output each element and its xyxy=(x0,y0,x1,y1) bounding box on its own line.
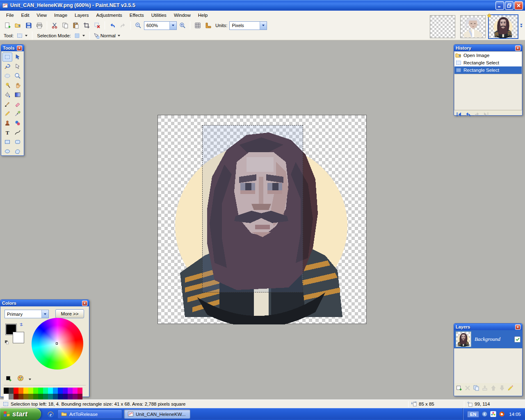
color-swatch[interactable] xyxy=(38,394,43,400)
new-button[interactable] xyxy=(2,21,12,30)
zoom-level-combo[interactable]: 600% xyxy=(144,21,177,30)
move-layer-down-button[interactable] xyxy=(499,385,505,392)
canvas[interactable] xyxy=(158,115,367,324)
nav-last-button[interactable] xyxy=(483,111,489,119)
color-swatch[interactable] xyxy=(33,388,38,394)
layers-palette-titlebar[interactable]: Layers x xyxy=(454,324,522,330)
menu-item-view[interactable]: View xyxy=(33,11,50,19)
save-button[interactable] xyxy=(24,21,34,30)
add-layer-button[interactable] xyxy=(456,385,462,392)
combo-arrow[interactable] xyxy=(41,310,48,318)
selection-rectangle[interactable] xyxy=(202,125,303,292)
tool-freeform-shape[interactable] xyxy=(13,147,23,156)
tool-pencil[interactable] xyxy=(2,109,12,118)
color-swatch[interactable] xyxy=(63,388,68,394)
rulers-toggle-button[interactable] xyxy=(203,21,213,30)
undo-button[interactable] xyxy=(107,21,117,30)
selection-mode-chooser[interactable] xyxy=(74,32,86,39)
tools-palette-titlebar[interactable]: Tools x xyxy=(1,45,24,51)
tool-gradient[interactable] xyxy=(13,90,23,99)
color-swatch[interactable] xyxy=(4,394,9,400)
color-swatch[interactable] xyxy=(48,394,53,400)
tool-lasso-select[interactable] xyxy=(2,62,12,71)
tool-recolor[interactable] xyxy=(13,119,23,128)
color-swatch[interactable] xyxy=(23,394,28,400)
zoom-out-button[interactable] xyxy=(133,21,143,30)
tool-move-selected-pixels[interactable] xyxy=(13,52,23,62)
nav-undo-button[interactable] xyxy=(465,111,471,119)
tool-color-picker[interactable] xyxy=(13,109,23,118)
move-layer-up-button[interactable] xyxy=(490,385,497,392)
secondary-color-swatch[interactable] xyxy=(13,332,24,343)
colors-palette-titlebar[interactable]: Colors x xyxy=(0,300,89,306)
image-thumbnail-wig-portrait[interactable] xyxy=(460,15,486,38)
history-item[interactable]: Rectangle Select xyxy=(454,66,522,74)
tool-zoom[interactable] xyxy=(13,71,23,80)
color-swatch[interactable] xyxy=(73,394,78,400)
close-button[interactable] xyxy=(514,1,523,10)
history-item[interactable]: Rectangle Select xyxy=(454,59,522,66)
close-icon[interactable]: x xyxy=(17,46,22,51)
color-swatch[interactable] xyxy=(18,388,23,394)
nav-first-button[interactable] xyxy=(456,111,462,119)
tool-ellipse[interactable] xyxy=(2,147,12,156)
color-swatch[interactable] xyxy=(43,394,48,400)
menu-item-adjustments[interactable]: Adjustments xyxy=(93,11,126,19)
menu-item-image[interactable]: Image xyxy=(50,11,71,19)
tool-paintbrush[interactable] xyxy=(2,100,12,109)
tool-rounded-rectangle[interactable] xyxy=(13,137,23,146)
layer-visible-checkbox[interactable] xyxy=(514,336,520,342)
combo-arrow[interactable] xyxy=(260,22,267,30)
color-wheel[interactable] xyxy=(32,318,83,370)
minimize-button[interactable] xyxy=(495,1,504,10)
deselect-button[interactable] xyxy=(92,21,102,30)
photo-app-tray-icon[interactable] xyxy=(490,411,496,417)
tool-rectangle-select[interactable] xyxy=(2,52,12,62)
color-swatch[interactable] xyxy=(48,388,53,394)
quick-launch-ie[interactable]: e xyxy=(46,410,55,419)
taskbar-button-arttorelease[interactable]: ArtToRelease xyxy=(57,409,122,419)
zoom-in-button[interactable] xyxy=(178,21,187,30)
language-indicator[interactable]: EN xyxy=(467,411,479,418)
menu-item-file[interactable]: File xyxy=(2,11,18,19)
tool-line-curve[interactable] xyxy=(13,128,23,137)
color-swatch[interactable] xyxy=(78,388,82,394)
tool-pan[interactable] xyxy=(13,81,23,90)
history-palette-titlebar[interactable]: History x xyxy=(454,45,522,51)
flood-mode-chooser[interactable]: Normal xyxy=(93,32,121,39)
combo-arrow[interactable] xyxy=(169,22,176,30)
copy-button[interactable] xyxy=(60,21,70,30)
layer-row-background[interactable]: Background xyxy=(454,330,522,348)
menu-item-edit[interactable]: Edit xyxy=(18,11,33,19)
tool-eraser[interactable] xyxy=(13,100,23,109)
menu-item-layers[interactable]: Layers xyxy=(71,11,93,19)
color-swatch[interactable] xyxy=(43,388,48,394)
color-swatch[interactable] xyxy=(58,394,63,400)
color-swatch[interactable] xyxy=(28,388,33,394)
duplicate-layer-button[interactable] xyxy=(473,385,479,392)
collapse-chevron-icon[interactable] xyxy=(482,411,488,417)
color-swatch[interactable] xyxy=(23,388,28,394)
close-icon[interactable]: x xyxy=(515,324,520,330)
menu-item-help[interactable]: Help xyxy=(194,11,212,19)
menu-item-utilities[interactable]: Utilities xyxy=(148,11,170,19)
tool-text[interactable]: T xyxy=(2,128,12,137)
tool-clone-stamp[interactable] xyxy=(2,119,12,128)
color-swatch[interactable] xyxy=(73,388,78,394)
swap-colors-icon[interactable] xyxy=(18,322,24,328)
color-swatch[interactable] xyxy=(9,388,14,394)
image-list-chevron-icon[interactable] xyxy=(520,24,523,27)
tool-chooser[interactable] xyxy=(16,32,29,39)
color-swatch[interactable] xyxy=(14,388,18,394)
color-mode-combo[interactable]: Primary xyxy=(5,310,49,318)
merge-down-button[interactable] xyxy=(482,385,488,392)
image-thumbnail-current[interactable]: ★ xyxy=(488,14,518,39)
cut-button[interactable] xyxy=(50,21,59,30)
color-swatch[interactable] xyxy=(63,394,68,400)
grid-toggle-button[interactable] xyxy=(193,21,203,30)
start-button[interactable]: start xyxy=(0,408,41,420)
layer-properties-button[interactable] xyxy=(507,385,514,392)
color-swatch[interactable] xyxy=(14,394,18,400)
restore-button[interactable] xyxy=(505,1,514,10)
swatch-toggle-icon[interactable] xyxy=(5,340,9,345)
